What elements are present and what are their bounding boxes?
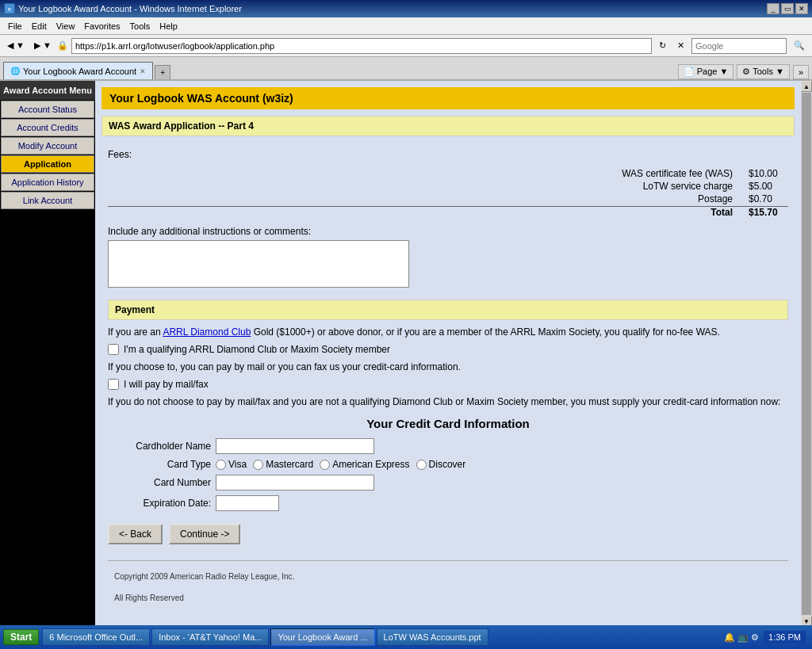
discover-radio[interactable] [416, 460, 427, 470]
fee-label-total: Total [606, 207, 733, 218]
amex-option: American Express [320, 459, 409, 470]
menu-file[interactable]: File [3, 20, 27, 32]
taskbar-items: 6 Microsoft Office Outl... Inbox - 'AT&T… [42, 628, 721, 644]
forward-nav-button[interactable]: ▶ ▼ [30, 37, 56, 55]
main-content: Your Logbook WAS Account (w3iz) WAS Awar… [95, 81, 801, 627]
tab-icon: 🌐 [10, 67, 20, 75]
menu-edit[interactable]: Edit [27, 20, 52, 32]
payment-text: If you are an ARRL Diamond Club Gold ($1… [108, 326, 788, 338]
amex-radio[interactable] [320, 460, 330, 470]
mastercard-radio[interactable] [253, 460, 263, 470]
card-number-label: Card Number [108, 477, 211, 488]
sidebar-item-link-account[interactable]: Link Account [1, 192, 94, 209]
page-title: Your Logbook WAS Account (w3iz) [102, 87, 795, 109]
fee-label-lotw: LoTW service charge [606, 181, 733, 192]
mail-fax-row: I will pay by mail/fax [108, 379, 788, 390]
expiry-input[interactable] [216, 495, 279, 511]
restore-button[interactable]: ▭ [781, 3, 794, 14]
taskbar-outlook[interactable]: 6 Microsoft Office Outl... [42, 628, 150, 644]
discover-option: Discover [416, 459, 466, 470]
scroll-up-button[interactable]: ▲ [801, 81, 812, 92]
sidebar-item-application-history[interactable]: Application History [1, 174, 94, 191]
menubar: File Edit View Favorites Tools Help [0, 17, 812, 35]
window-controls: _ ▭ ✕ [767, 3, 808, 14]
menu-help[interactable]: Help [155, 20, 182, 32]
fees-section: Fees: WAS certificate fee (WAS) $10.00 L… [102, 143, 795, 615]
page-button[interactable]: 📄 Page ▼ [678, 64, 734, 79]
ie-icon: e [4, 3, 15, 14]
mastercard-label: Mastercard [266, 459, 313, 470]
arrl-diamond-club-link[interactable]: ARRL Diamond Club [163, 326, 251, 338]
scroll-thumb[interactable] [802, 93, 811, 615]
continue-button[interactable]: Continue -> [169, 524, 240, 544]
cardholder-input[interactable] [216, 438, 374, 454]
menu-tools[interactable]: Tools [125, 20, 155, 32]
back-nav-button[interactable]: ◀ ▼ [3, 37, 29, 55]
fee-value-lotw: $5.00 [749, 181, 788, 192]
payment-section: Payment If you are an ARRL Diamond Club … [108, 300, 788, 544]
fee-value-was: $10.00 [749, 168, 788, 179]
sidebar-item-account-credits[interactable]: Account Credits [1, 119, 94, 136]
mail-fax-checkbox[interactable] [108, 379, 119, 390]
card-number-input[interactable] [216, 475, 374, 491]
toolbar: ◀ ▼ ▶ ▼ 🔒 ↻ ✕ 🔍 [0, 35, 812, 57]
tools-button[interactable]: ⚙ Tools ▼ [737, 64, 789, 79]
window-title: Your Logbook Award Account - Windows Int… [18, 4, 242, 13]
visa-label: Visa [228, 459, 247, 470]
sidebar: Award Account Menu Account Status Accoun… [0, 81, 95, 627]
cc-section: Your Credit Card Information Cardholder … [108, 417, 788, 511]
fee-row-total: Total $15.70 [108, 206, 788, 218]
menu-view[interactable]: View [52, 20, 80, 32]
diamond-club-checkbox[interactable] [108, 344, 119, 355]
sidebar-item-modify-account[interactable]: Modify Account [1, 137, 94, 155]
fee-row-postage: Postage $0.70 [108, 193, 788, 204]
search-input[interactable] [691, 38, 787, 54]
window-titlebar: e Your Logbook Award Account - Windows I… [0, 0, 812, 17]
scrollbar[interactable]: ▲ ▼ [801, 81, 812, 627]
expand-button[interactable]: » [793, 65, 809, 79]
browser-content: Award Account Menu Account Status Accoun… [0, 81, 812, 627]
taskbar-logbook[interactable]: Your Logbook Award ... [270, 628, 374, 644]
visa-option: Visa [216, 459, 247, 470]
search-button[interactable]: 🔍 [790, 37, 809, 55]
menu-favorites[interactable]: Favorites [79, 20, 124, 32]
cc-title: Your Credit Card Information [108, 417, 788, 430]
close-button[interactable]: ✕ [795, 3, 808, 14]
card-type-group: Visa Mastercard American Express [216, 459, 465, 470]
address-input[interactable] [71, 38, 652, 54]
minimize-button[interactable]: _ [767, 3, 779, 14]
copyright-line2: All Rights Reserved [108, 587, 788, 609]
taskbar: Start 6 Microsoft Office Outl... Inbox -… [0, 625, 812, 644]
new-tab-button[interactable]: + [155, 65, 170, 79]
card-type-label: Card Type [108, 459, 211, 470]
mastercard-option: Mastercard [253, 459, 313, 470]
copyright-line1: Copyright 2009 American Radio Relay Leag… [108, 566, 788, 587]
diamond-club-label: I'm a qualifying ARRL Diamond Club or Ma… [124, 344, 390, 355]
taskbar-inbox[interactable]: Inbox - 'AT&T Yahoo! Ma... [151, 628, 269, 644]
sidebar-item-account-status[interactable]: Account Status [1, 101, 94, 118]
visa-radio[interactable] [216, 460, 226, 470]
taskbar-lotw[interactable]: LoTW WAS Accounts.ppt [377, 628, 488, 644]
instructions-label: Include any additional instructions or c… [108, 226, 788, 237]
stop-button[interactable]: ✕ [673, 37, 688, 55]
mail-fax-text: If you choose to, you can pay by mail or… [108, 361, 788, 372]
sidebar-item-application[interactable]: Application [1, 155, 94, 173]
taskbar-icons: 🔔 📺 ⚙ [724, 632, 759, 643]
fee-value-postage: $0.70 [749, 193, 788, 204]
card-number-row: Card Number [108, 475, 788, 491]
payment-header: Payment [108, 300, 788, 320]
tab-close-icon[interactable]: ✕ [140, 67, 146, 75]
instructions-textarea[interactable] [108, 240, 409, 288]
section-header: WAS Award Application -- Part 4 [102, 116, 795, 136]
cardholder-row: Cardholder Name [108, 438, 788, 454]
active-tab[interactable]: 🌐 Your Logbook Award Account ✕ [3, 62, 153, 79]
button-row: <- Back Continue -> [108, 524, 788, 544]
back-button[interactable]: <- Back [108, 524, 163, 544]
fee-label-was: WAS certificate fee (WAS) [606, 168, 733, 179]
start-button[interactable]: Start [3, 629, 39, 644]
fee-row-was: WAS certificate fee (WAS) $10.00 [108, 168, 788, 179]
tabbar: 🌐 Your Logbook Award Account ✕ + 📄 Page … [0, 57, 812, 81]
fee-row-lotw: LoTW service charge $5.00 [108, 181, 788, 192]
fee-value-total: $15.70 [749, 207, 788, 218]
refresh-button[interactable]: ↻ [655, 37, 670, 55]
